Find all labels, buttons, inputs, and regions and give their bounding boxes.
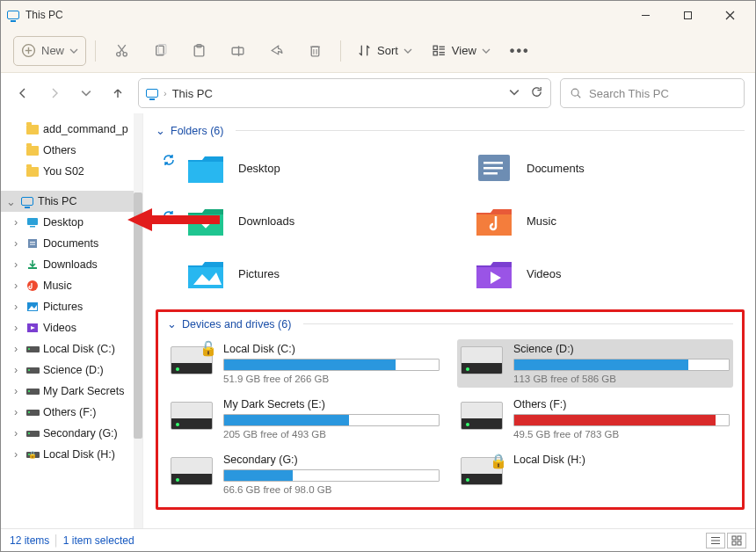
- tree-item[interactable]: ›Local Disk (C:): [1, 338, 142, 360]
- chevron-right-icon[interactable]: ›: [10, 216, 22, 229]
- folder-videos[interactable]: Videos: [474, 251, 745, 295]
- tree-label: My Dark Secrets: [43, 385, 124, 397]
- drive-tile[interactable]: Others (F:)49.5 GB free of 783 GB: [457, 395, 733, 443]
- svg-rect-30: [30, 226, 35, 228]
- drive-free-text: 113 GB free of 586 GB: [513, 374, 730, 384]
- drive-name: Science (D:): [513, 343, 730, 355]
- desktop-icon: [185, 150, 226, 185]
- tree-item[interactable]: add_command_p: [1, 119, 142, 140]
- sort-button[interactable]: Sort: [350, 36, 419, 66]
- folder-pictures[interactable]: Pictures: [185, 251, 456, 295]
- share-button[interactable]: [259, 36, 293, 66]
- svg-rect-17: [311, 47, 319, 56]
- chevron-down-icon[interactable]: [509, 85, 520, 101]
- folder-music[interactable]: Music: [474, 199, 745, 243]
- body: add_command_p Others You S02 ⌄This PC ›D…: [1, 113, 755, 528]
- more-button[interactable]: •••: [503, 36, 537, 66]
- drive-tile[interactable]: 🔓Local Disk (C:)51.9 GB free of 266 GB: [167, 339, 443, 388]
- drives-highlight-box: ⌄ Devices and drives (6) 🔓Local Disk (C:…: [156, 309, 745, 510]
- drive-icon: 🔒: [461, 457, 503, 485]
- tree-item[interactable]: ›Others (F:): [1, 402, 142, 423]
- back-button[interactable]: [11, 82, 34, 105]
- forward-button[interactable]: [43, 82, 66, 105]
- folders-section-header[interactable]: ⌄ Folders (6): [156, 120, 745, 142]
- tree-item[interactable]: Others: [1, 140, 142, 161]
- tree-item-thispc[interactable]: ⌄This PC: [1, 191, 142, 212]
- up-button[interactable]: [106, 82, 129, 105]
- address-bar[interactable]: › This PC: [138, 78, 551, 108]
- folder-label: Desktop: [238, 162, 280, 175]
- cut-button[interactable]: [105, 36, 138, 66]
- folder-label: Videos: [527, 267, 562, 280]
- svg-point-27: [571, 89, 578, 96]
- view-button[interactable]: View: [425, 36, 498, 66]
- tree-item[interactable]: ›My Dark Secrets: [1, 381, 142, 402]
- svg-rect-33: [30, 244, 35, 245]
- minimize-button[interactable]: [625, 2, 665, 28]
- search-input[interactable]: Search This PC: [560, 78, 745, 108]
- drive-tile[interactable]: Secondary (G:)66.6 GB free of 98.0 GB: [167, 450, 443, 498]
- chevron-right-icon: ›: [164, 88, 167, 98]
- chevron-down-icon: ⌄: [156, 124, 165, 137]
- drives-section-header[interactable]: ⌄ Devices and drives (6): [167, 317, 733, 336]
- folder-documents[interactable]: Documents: [474, 146, 745, 190]
- tree-item[interactable]: ›Videos: [1, 317, 142, 338]
- folder-desktop[interactable]: Desktop: [185, 146, 456, 190]
- refresh-icon[interactable]: [530, 85, 543, 102]
- tree-item[interactable]: ›Pictures: [1, 296, 142, 317]
- usage-bar: [223, 414, 440, 426]
- folders-grid: Desktop Documents Downloads Music: [182, 142, 745, 308]
- svg-rect-22: [433, 52, 437, 55]
- drive-free-text: 51.9 GB free of 266 GB: [223, 374, 440, 384]
- tree-item[interactable]: ›Science (D:): [1, 360, 142, 381]
- svg-rect-1: [684, 11, 691, 18]
- details-view-button[interactable]: [706, 533, 725, 548]
- delete-button[interactable]: [298, 36, 331, 66]
- tree-item[interactable]: ›Desktop: [1, 212, 142, 233]
- drive-free-text: 49.5 GB free of 783 GB: [513, 429, 730, 439]
- drive-tile[interactable]: 🔒Local Disk (H:): [457, 450, 733, 498]
- rename-button[interactable]: [221, 36, 254, 66]
- drive-name: My Dark Secrets (E:): [223, 398, 440, 410]
- folder-downloads[interactable]: Downloads: [185, 199, 456, 243]
- tree-label: Local Disk (C:): [43, 343, 115, 355]
- window-title: This PC: [25, 9, 63, 21]
- close-button[interactable]: [709, 2, 750, 28]
- svg-rect-31: [28, 239, 37, 248]
- thispc-icon: [6, 8, 20, 22]
- section-label: Devices and drives (6): [182, 318, 291, 330]
- chevron-down-icon[interactable]: ⌄: [4, 195, 17, 208]
- recent-dropdown[interactable]: [75, 82, 98, 105]
- separator: [340, 40, 341, 62]
- breadcrumb[interactable]: This PC: [172, 87, 213, 100]
- tree-label: add_command_p: [43, 123, 128, 135]
- new-button[interactable]: New: [13, 36, 86, 66]
- tree-item[interactable]: ›Music: [1, 275, 142, 296]
- scrollbar-thumb[interactable]: [134, 192, 142, 439]
- svg-rect-29: [27, 218, 38, 225]
- tree-item[interactable]: ›🔒Local Disk (H:): [1, 444, 142, 465]
- tree-item[interactable]: ›Downloads: [1, 254, 142, 275]
- sync-icon[interactable]: [162, 153, 176, 171]
- icons-view-button[interactable]: [727, 533, 746, 548]
- paste-button[interactable]: [182, 36, 215, 66]
- drive-tile[interactable]: My Dark Secrets (E:)205 GB free of 493 G…: [167, 395, 443, 443]
- tree-label: Science (D:): [43, 364, 104, 376]
- tree-label: Others (F:): [43, 406, 96, 418]
- drive-tile[interactable]: Science (D:)113 GB free of 586 GB: [457, 339, 733, 388]
- tree-item[interactable]: You S02: [1, 161, 142, 182]
- content-pane: ⌄ Folders (6) Desktop Documents: [143, 113, 755, 528]
- tree-item[interactable]: ›Documents: [1, 233, 142, 254]
- svg-rect-43: [483, 172, 498, 175]
- sync-icon[interactable]: [162, 209, 176, 227]
- maximize-button[interactable]: [667, 2, 708, 28]
- drive-icon: [171, 402, 213, 430]
- section-label: Folders (6): [171, 125, 223, 137]
- view-button-label: View: [452, 44, 476, 57]
- thispc-icon: [146, 89, 158, 98]
- tree-label: Local Disk (H:): [43, 448, 115, 461]
- tree-item[interactable]: ›Secondary (G:): [1, 423, 142, 444]
- status-selected: 1 item selected: [63, 534, 134, 547]
- copy-button[interactable]: [143, 36, 177, 66]
- search-icon: [570, 87, 582, 99]
